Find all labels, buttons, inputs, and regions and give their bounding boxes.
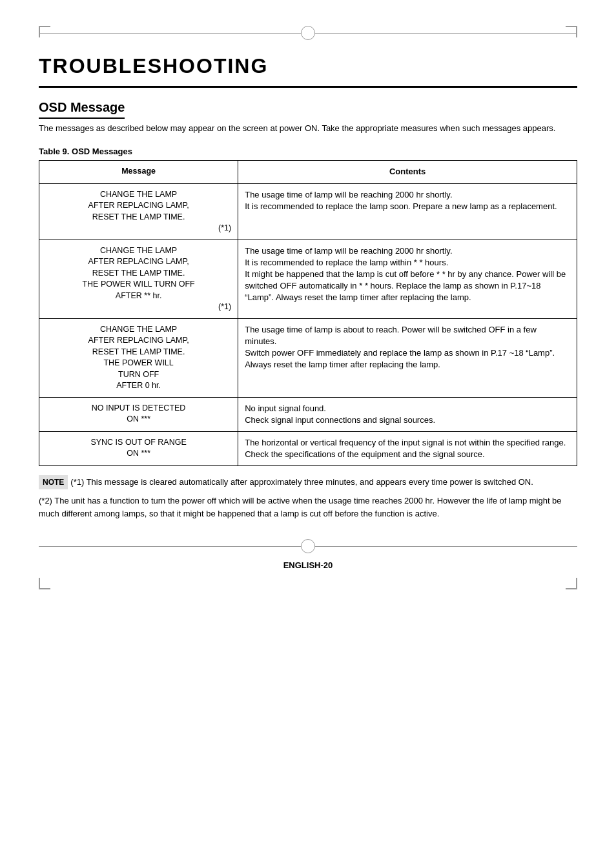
- message-cell-0: CHANGE THE LAMPAFTER REPLACING LAMP,RESE…: [39, 183, 238, 240]
- top-divider: [39, 26, 577, 40]
- note-label: NOTE: [39, 475, 68, 489]
- corner-bl: [39, 578, 50, 589]
- col-header-contents: Contents: [238, 161, 577, 183]
- bottom-circle-mark: [301, 539, 315, 553]
- footer-text: ENGLISH-20: [283, 560, 333, 570]
- table-row: CHANGE THE LAMPAFTER REPLACING LAMP,RESE…: [39, 318, 577, 397]
- message-cell-2: CHANGE THE LAMPAFTER REPLACING LAMP,RESE…: [39, 318, 238, 397]
- note2-text: (*2) The unit has a function to turn the…: [39, 495, 577, 520]
- message-cell-4: SYNC IS OUT OF RANGEON ***: [39, 431, 238, 465]
- corner-tl: [39, 26, 50, 37]
- note-paragraph: NOTE(*1) This message is cleared automat…: [39, 475, 577, 489]
- contents-cell-4: The horizontal or vertical frequency of …: [238, 431, 577, 465]
- table-title: Table 9. OSD Messages: [39, 146, 577, 158]
- top-line-left: [39, 33, 301, 34]
- page-wrapper: TROUBLESHOOTING OSD Message The messages…: [39, 26, 577, 801]
- section-title: OSD Message: [39, 98, 125, 119]
- col-header-message: Message: [39, 161, 238, 183]
- osd-messages-table: Message Contents CHANGE THE LAMPAFTER RE…: [39, 160, 577, 466]
- intro-text: The messages as described below may appe…: [39, 123, 577, 134]
- corner-br: [566, 578, 577, 589]
- table-row: CHANGE THE LAMPAFTER REPLACING LAMP,RESE…: [39, 183, 577, 240]
- note-text: (*1) This message is cleared automatical…: [70, 477, 533, 487]
- contents-cell-3: No input signal found.Check signal input…: [238, 397, 577, 431]
- corner-tr: [566, 26, 577, 37]
- main-title: TROUBLESHOOTING: [39, 52, 577, 88]
- table-row: NO INPUT IS DETECTEDON ***No input signa…: [39, 397, 577, 431]
- table-row: SYNC IS OUT OF RANGEON ***The horizontal…: [39, 431, 577, 465]
- contents-cell-2: The usage time of lamp is about to reach…: [238, 318, 577, 397]
- top-line-right: [315, 33, 577, 34]
- contents-cell-1: The usage time of lamp will be reaching …: [238, 240, 577, 318]
- message-cell-3: NO INPUT IS DETECTEDON ***: [39, 397, 238, 431]
- top-circle-mark: [301, 26, 315, 40]
- contents-cell-0: The usage time of lamp will be reaching …: [238, 183, 577, 240]
- bottom-line-right: [315, 546, 577, 547]
- bottom-line-left: [39, 546, 301, 547]
- table-row: CHANGE THE LAMPAFTER REPLACING LAMP,RESE…: [39, 240, 577, 318]
- message-cell-1: CHANGE THE LAMPAFTER REPLACING LAMP,RESE…: [39, 240, 238, 318]
- bottom-divider: [39, 539, 577, 553]
